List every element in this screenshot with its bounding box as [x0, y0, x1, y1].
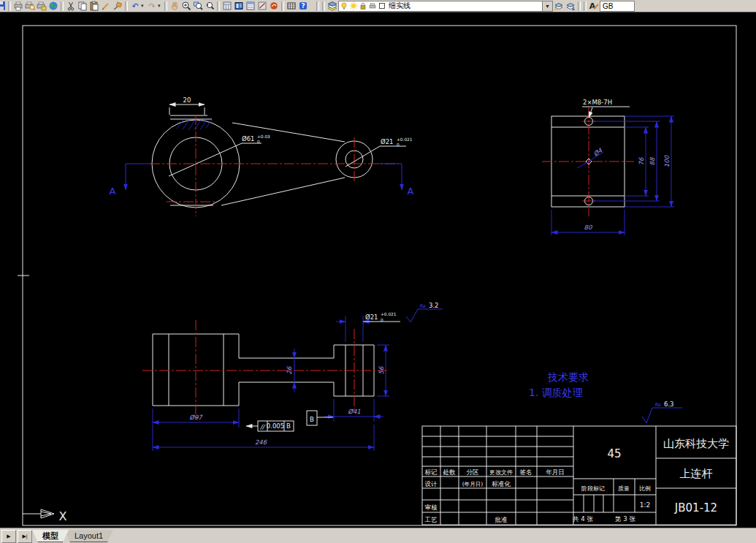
roughness-value: 6.3 — [664, 400, 674, 408]
dim-100[interactable]: 100 — [663, 116, 671, 207]
roughness-symbol[interactable]: Ra 3.2 — [406, 302, 443, 322]
dim-keyway-20[interactable]: 20 — [169, 96, 205, 115]
undo-dropdown-icon[interactable]: ▾ — [141, 3, 146, 9]
match-properties-icon[interactable] — [100, 1, 112, 12]
pan-icon[interactable] — [169, 1, 180, 12]
layer-states-icon[interactable] — [565, 1, 576, 12]
datum-target[interactable]: B — [307, 411, 333, 425]
style-combo[interactable]: GB — [600, 1, 635, 12]
help-icon[interactable]: ? — [297, 1, 309, 12]
dim-bore-61[interactable]: Ø61 +0.03 0 — [169, 134, 270, 176]
ucs-x-label: X — [59, 509, 67, 523]
datum-label: B — [310, 416, 314, 423]
tb-stage-label: 阶段标记 — [581, 485, 605, 492]
markup-icon[interactable] — [256, 1, 268, 12]
layers-icon[interactable] — [327, 1, 338, 12]
undo-icon[interactable]: ↶ — [129, 1, 141, 12]
separator — [281, 1, 284, 11]
dim-text: 76 — [638, 157, 645, 165]
publish-icon[interactable] — [36, 1, 47, 12]
drawing-canvas[interactable]: 20 Ø61 +0.03 0 Ø21 +0.021 0 — [0, 12, 756, 528]
layer-name[interactable]: 细实线 — [386, 1, 413, 11]
center-hole-leader[interactable]: Ø4 — [577, 146, 604, 168]
roughness-label: Ra — [419, 303, 426, 309]
style-name[interactable]: GB — [600, 2, 615, 10]
layer-lock-icon[interactable] — [359, 1, 367, 10]
tb-scale-value: 1:2 — [640, 501, 650, 509]
tab-nav-next-button[interactable]: ▶ — [1, 530, 16, 543]
section-label-left: A — [110, 186, 116, 197]
dim-76[interactable]: 76 — [638, 127, 646, 196]
text-style-icon[interactable]: A — [588, 1, 600, 12]
tb-date-note: (年月日) — [462, 481, 483, 487]
dim-text: 56 — [378, 366, 385, 374]
layer-color-swatch[interactable] — [378, 1, 386, 10]
tb-label-count: 处数 — [443, 468, 457, 476]
tb-drawing-no: JB01-12 — [674, 501, 717, 514]
thread-callout[interactable]: 2×M8-7H — [582, 99, 630, 118]
zoom-realtime-icon[interactable] — [180, 1, 192, 12]
fcf-tolerance: 0.005 — [267, 422, 284, 430]
zoom-window-icon[interactable] — [192, 1, 204, 12]
tab-nav-last-button[interactable]: ▶| — [18, 530, 32, 543]
copy-icon[interactable] — [77, 1, 88, 12]
layer-combo-arrow[interactable]: ▼ — [542, 1, 552, 11]
dim-bore-21[interactable]: Ø21 +0.021 0 — [345, 137, 413, 167]
layer-on-icon[interactable] — [340, 1, 348, 10]
calculator-icon[interactable] — [221, 1, 233, 12]
standards-icon[interactable] — [268, 1, 280, 12]
tolerance-lower: 0 — [397, 143, 400, 147]
fcf-symbol: // — [259, 423, 266, 430]
feature-control-frame[interactable]: // 0.005 B — [246, 421, 294, 431]
general-roughness-symbol: Ra 6.3 — [642, 400, 682, 423]
cut-icon[interactable] — [65, 1, 77, 12]
separator — [217, 1, 220, 11]
redo-dropdown-icon[interactable]: ▾ — [158, 3, 163, 9]
sheet-set-icon[interactable] — [245, 1, 256, 12]
dim-88[interactable]: 88 — [649, 121, 657, 201]
dim-neck[interactable]: 26 — [286, 349, 294, 392]
tb-approve: 批准 — [495, 516, 508, 523]
save-icon[interactable] — [0, 1, 7, 12]
tech-req-item: 1. 调质处理 — [529, 387, 583, 398]
layer-combo[interactable]: 细实线 ▼ — [338, 1, 553, 12]
plot-icon[interactable] — [12, 1, 24, 12]
dim-text: Ø61 — [242, 135, 255, 143]
section-label-right: A — [408, 186, 414, 197]
front-view[interactable]: 20 Ø61 +0.03 0 Ø21 +0.021 0 — [110, 96, 414, 216]
dim-bore-21-section[interactable]: Ø21 +0.021 0 — [336, 312, 400, 342]
layer-previous-icon[interactable] — [553, 1, 565, 12]
separator — [164, 1, 167, 11]
tb-organization: 山东科技大学 — [663, 437, 729, 450]
tolerance-upper: +0.021 — [381, 312, 397, 316]
modify-icon[interactable] — [112, 1, 123, 12]
layer-plot-icon[interactable] — [368, 1, 377, 10]
layer-freeze-icon[interactable] — [349, 1, 358, 10]
paste-icon[interactable] — [88, 1, 100, 12]
tb-design: 设计 — [425, 480, 438, 487]
tb-standardization: 标准化 — [492, 480, 511, 487]
separator — [125, 1, 128, 11]
section-view[interactable]: 26 56 Ø21 +0.021 0 — [142, 302, 443, 451]
svg-text:?: ? — [301, 2, 305, 10]
model-space[interactable]: 20 Ø61 +0.03 0 Ø21 +0.021 0 — [0, 12, 756, 528]
tb-label-date: 年月日 — [546, 468, 565, 476]
cad-window: ↶ ▾ ↷ ▾ ? — [0, 0, 756, 543]
dim-text: Ø97 — [189, 414, 203, 421]
tab-model[interactable]: 模型 — [32, 530, 69, 542]
thread-label: 2×M8-7H — [583, 99, 612, 106]
palette-icon[interactable] — [233, 1, 245, 12]
dim-80[interactable]: 80 — [551, 210, 625, 235]
tb-craft: 工艺 — [424, 516, 438, 523]
tolerance-lower: 0 — [381, 318, 383, 322]
zoom-previous-icon[interactable] — [204, 1, 215, 12]
plot-preview-icon[interactable] — [24, 1, 36, 12]
tab-layout1[interactable]: Layout1 — [64, 530, 113, 542]
tb-sheet-total: 共 4 张 — [572, 515, 593, 523]
dim-small-width[interactable]: 56 — [377, 345, 389, 396]
web-publish-icon[interactable] — [47, 1, 59, 12]
redo-icon[interactable]: ↷ — [146, 1, 158, 12]
table-icon[interactable] — [286, 1, 297, 12]
side-view[interactable]: 2×M8-7H Ø4 76 88 — [542, 99, 674, 235]
tb-check: 审核 — [425, 504, 438, 511]
